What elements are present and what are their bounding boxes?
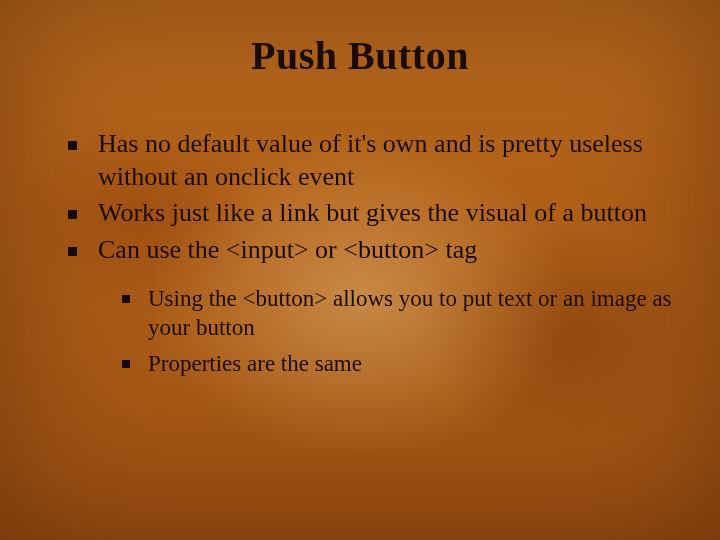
bullet-item: Can use the <input> or <button> tag [64,234,676,267]
bullet-list: Has no default value of it's own and is … [64,128,676,266]
sub-bullet-list: Using the <button> allows you to put tex… [64,284,676,378]
slide-content: Has no default value of it's own and is … [64,128,676,384]
sub-bullet-item: Using the <button> allows you to put tex… [118,284,676,343]
slide: Push Button Has no default value of it's… [0,0,720,540]
bullet-item: Has no default value of it's own and is … [64,128,676,193]
bullet-item: Works just like a link but gives the vis… [64,197,676,230]
sub-bullet-item: Properties are the same [118,349,676,378]
slide-title: Push Button [0,32,720,79]
